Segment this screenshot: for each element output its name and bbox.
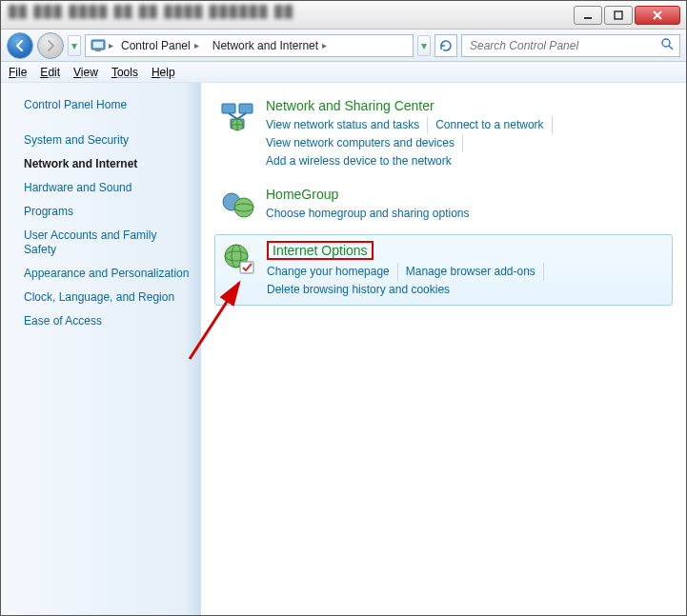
sidebar-item-hardware-sound[interactable]: Hardware and Sound — [20, 176, 194, 200]
window-buttons — [574, 6, 680, 25]
svg-rect-5 — [93, 42, 103, 48]
chevron-right-icon[interactable]: ▸ — [194, 40, 199, 50]
link-view-network-computers[interactable]: View network computers and devices — [266, 134, 463, 152]
menu-tools[interactable]: Tools — [111, 66, 138, 79]
category-homegroup: HomeGroup Choose homegroup and sharing o… — [214, 181, 673, 230]
menu-file[interactable]: File — [9, 66, 27, 79]
svg-line-8 — [669, 46, 673, 50]
chevron-right-icon[interactable]: ▸ — [322, 40, 327, 50]
menu-edit[interactable]: Edit — [40, 66, 60, 79]
category-title-link[interactable]: Internet Options — [267, 241, 374, 260]
breadcrumb-bar[interactable]: ▸ Control Panel ▸ Network and Internet ▸ — [85, 34, 414, 57]
main-area: Control Panel Home System and Security N… — [1, 83, 686, 615]
chevron-right-icon[interactable]: ▸ — [109, 40, 113, 50]
svg-point-18 — [234, 198, 253, 217]
sidebar-item-programs[interactable]: Programs — [20, 200, 194, 224]
sidebar-item-clock-language[interactable]: Clock, Language, and Region — [20, 286, 194, 309]
search-icon[interactable] — [660, 37, 674, 53]
control-panel-home-link[interactable]: Control Panel Home — [20, 96, 194, 113]
address-history-dropdown[interactable]: ▾ — [417, 35, 431, 56]
search-box[interactable] — [461, 34, 680, 57]
minimize-button[interactable] — [574, 6, 602, 25]
breadcrumb-label: Control Panel — [121, 39, 191, 52]
content-pane: Network and Sharing Center View network … — [201, 83, 686, 615]
internet-options-icon — [219, 241, 257, 279]
network-sharing-icon — [218, 98, 256, 136]
link-connect-network[interactable]: Connect to a network — [435, 116, 552, 134]
link-manage-addons[interactable]: Manage browser add-ons — [406, 263, 544, 281]
nav-toolbar: ▾ ▸ Control Panel ▸ Network and Internet… — [1, 30, 686, 62]
sidebar: Control Panel Home System and Security N… — [1, 83, 201, 615]
category-links: Choose homegroup and sharing options — [266, 205, 669, 223]
breadcrumb-label: Network and Internet — [212, 39, 318, 52]
maximize-button[interactable] — [604, 6, 633, 25]
category-links: View network status and tasks Connect to… — [266, 116, 669, 171]
category-network-sharing: Network and Sharing Center View network … — [214, 92, 673, 177]
sidebar-item-user-accounts[interactable]: User Accounts and Family Safety — [20, 224, 194, 262]
svg-rect-6 — [95, 50, 101, 51]
menu-view[interactable]: View — [73, 66, 98, 79]
sidebar-item-system-security[interactable]: System and Security — [20, 129, 194, 152]
refresh-button[interactable] — [434, 34, 457, 57]
category-internet-options[interactable]: Internet Options Change your homepage Ma… — [214, 234, 673, 306]
link-delete-history[interactable]: Delete browsing history and cookies — [267, 281, 457, 299]
svg-line-12 — [229, 113, 237, 119]
category-links: Change your homepage Manage browser add-… — [267, 263, 668, 299]
svg-line-13 — [237, 113, 246, 119]
link-add-wireless-device[interactable]: Add a wireless device to the network — [266, 152, 459, 170]
link-view-network-status[interactable]: View network status and tasks — [266, 116, 428, 134]
category-title-link[interactable]: Network and Sharing Center — [266, 98, 434, 113]
breadcrumb-network-internet[interactable]: Network and Internet ▸ — [207, 37, 333, 54]
sidebar-item-network-internet[interactable]: Network and Internet — [20, 152, 194, 176]
titlebar-blur: ██ ███ ████ ██ ██ ████ ██████ ██ — [9, 5, 294, 18]
window-titlebar: ██ ███ ████ ██ ██ ████ ██████ ██ — [1, 1, 686, 30]
homegroup-icon — [218, 187, 256, 225]
svg-rect-23 — [240, 262, 253, 273]
search-input[interactable] — [468, 38, 660, 53]
sidebar-item-ease-of-access[interactable]: Ease of Access — [20, 309, 194, 333]
forward-button[interactable] — [37, 32, 64, 59]
category-title-link[interactable]: HomeGroup — [266, 187, 338, 202]
svg-rect-10 — [239, 104, 253, 113]
close-button[interactable] — [635, 6, 680, 25]
link-change-homepage[interactable]: Change your homepage — [267, 263, 398, 281]
sidebar-item-appearance[interactable]: Appearance and Personalization — [20, 262, 194, 286]
menu-bar: File Edit View Tools Help — [1, 62, 686, 83]
menu-help[interactable]: Help — [152, 66, 175, 79]
svg-point-7 — [662, 39, 670, 47]
back-button[interactable] — [7, 32, 33, 59]
svg-rect-9 — [222, 104, 235, 113]
nav-history-dropdown[interactable]: ▾ — [68, 35, 81, 56]
link-choose-homegroup[interactable]: Choose homegroup and sharing options — [266, 205, 476, 223]
svg-rect-1 — [615, 11, 622, 19]
breadcrumb-control-panel[interactable]: Control Panel ▸ — [115, 37, 205, 54]
control-panel-icon — [90, 37, 107, 54]
